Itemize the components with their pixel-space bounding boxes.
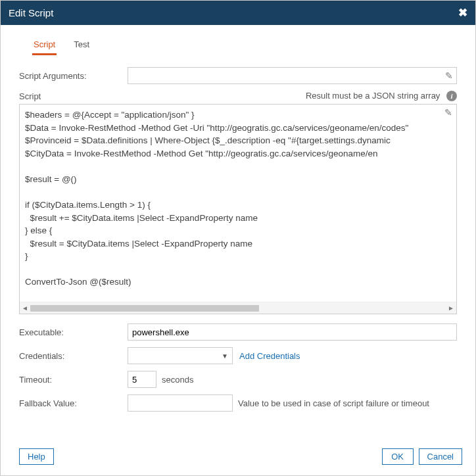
tab-script[interactable]: Script	[32, 36, 57, 55]
result-note-wrap: Result must be a JSON string array i	[306, 91, 457, 101]
dialog-title: Edit Script	[9, 7, 53, 18]
cancel-button[interactable]: Cancel	[419, 448, 462, 465]
script-header: Script Result must be a JSON string arra…	[19, 91, 457, 101]
row-script-arguments: Script Arguments: ✎	[19, 67, 457, 84]
add-credentials-link[interactable]: Add Credentials	[239, 351, 300, 361]
result-note: Result must be a JSON string array	[306, 91, 440, 101]
pencil-icon[interactable]: ✎	[444, 107, 452, 118]
chevron-down-icon: ▼	[222, 352, 228, 360]
edit-script-dialog: Edit Script ✖ Script Test Script Argumen…	[0, 0, 476, 476]
close-icon[interactable]: ✖	[458, 6, 467, 20]
label-executable: Executable:	[19, 327, 128, 337]
label-script-arguments: Script Arguments:	[19, 71, 128, 81]
label-fallback: Fallback Value:	[19, 398, 128, 408]
scroll-track[interactable]	[30, 305, 446, 312]
script-editor-wrap: $headers = @{Accept = "application/json"…	[19, 104, 457, 314]
label-credentials: Credentials:	[19, 351, 128, 361]
scroll-left-icon[interactable]: ◄	[20, 304, 30, 312]
dialog-body: Script Test Script Arguments: ✎ Script R…	[1, 25, 475, 440]
row-executable: Executable:	[19, 323, 457, 341]
fallback-value-input[interactable]	[128, 394, 233, 412]
tab-test[interactable]: Test	[72, 36, 91, 55]
pencil-icon[interactable]: ✎	[445, 70, 453, 81]
credentials-select[interactable]: ▼	[128, 347, 233, 364]
scroll-thumb[interactable]	[30, 305, 259, 312]
info-icon[interactable]: i	[446, 91, 457, 101]
row-fallback: Fallback Value: Value to be used in case…	[19, 394, 457, 412]
label-seconds: seconds	[162, 375, 193, 385]
scroll-right-icon[interactable]: ►	[446, 304, 456, 312]
script-editor[interactable]: $headers = @{Accept = "application/json"…	[20, 105, 456, 302]
tab-bar: Script Test	[19, 36, 457, 55]
script-arguments-input[interactable]	[128, 67, 457, 84]
fallback-hint: Value to be used in case of script failu…	[238, 398, 429, 408]
ok-button[interactable]: OK	[382, 448, 414, 465]
row-timeout: Timeout: seconds	[19, 371, 457, 388]
horizontal-scrollbar[interactable]: ◄ ►	[20, 302, 456, 314]
executable-input[interactable]	[128, 323, 457, 341]
row-credentials: Credentials: ▼ Add Credentials	[19, 347, 457, 364]
timeout-input[interactable]	[128, 371, 156, 388]
dialog-titlebar: Edit Script ✖	[1, 1, 475, 25]
label-script: Script	[19, 91, 41, 101]
help-button[interactable]: Help	[19, 448, 54, 465]
dialog-footer: Help OK Cancel	[1, 440, 475, 475]
label-timeout: Timeout:	[19, 375, 128, 385]
